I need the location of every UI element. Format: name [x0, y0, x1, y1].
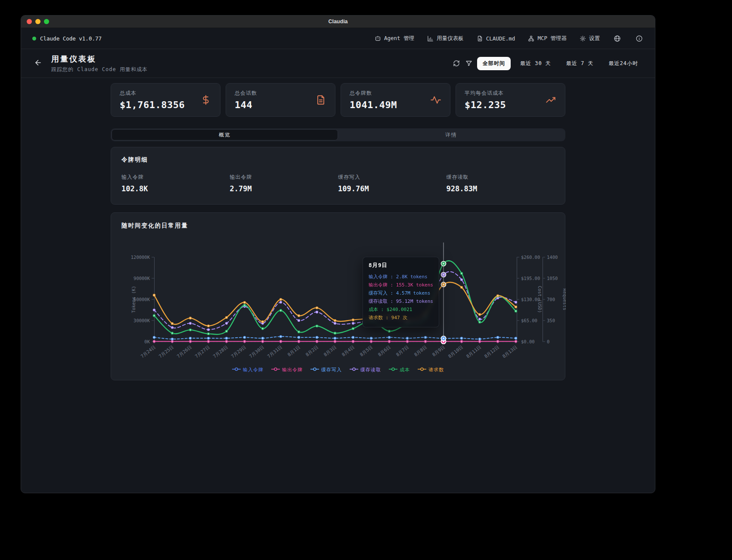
nav-settings[interactable]: 设置	[580, 35, 600, 42]
legend-label: 输出令牌	[282, 367, 303, 373]
svg-text:7月24日: 7月24日	[140, 344, 156, 359]
token-item-cache-read: 缓存读取 928.83M	[447, 174, 555, 193]
svg-text:7月27日: 7月27日	[194, 344, 211, 359]
network-icon	[528, 35, 534, 42]
svg-text:120000K: 120000K	[131, 255, 150, 260]
chart-tooltip: 8月9日 输入令牌 : 2.8K tokens输出令牌 : 155.3K tok…	[363, 257, 439, 327]
chart-title: 随时间变化的日常用量	[121, 222, 565, 230]
gear-icon	[580, 35, 586, 42]
stat-value: $12.235	[465, 100, 506, 110]
legend-item-1[interactable]: 输出令牌	[271, 367, 303, 373]
legend-item-2[interactable]: 缓存写入	[310, 367, 342, 373]
nav-settings-label: 设置	[589, 35, 600, 42]
minimize-window-button[interactable]	[35, 19, 40, 24]
svg-text:7月28日: 7月28日	[212, 344, 229, 359]
svg-text:$195.00: $195.00	[521, 276, 540, 281]
nav-agents[interactable]: Agent 管理	[375, 35, 414, 42]
nav-usage-label: 用量仪表板	[437, 35, 464, 42]
tooltip-row-0: 输入令牌 : 2.8K tokens	[369, 273, 433, 281]
svg-text:8月3日: 8月3日	[323, 344, 337, 357]
dollar-icon	[200, 94, 211, 106]
info-button[interactable]	[635, 34, 644, 43]
page-header: 用量仪表板 跟踪您的 Claude Code 用量和成本 全部时间 最近 30 …	[21, 49, 655, 78]
legend-item-5[interactable]: 请求数	[418, 367, 444, 373]
legend-label: 成本	[400, 367, 410, 373]
tooltip-row-5: 请求数 : 947 次	[369, 314, 433, 322]
daily-usage-card: 随时间变化的日常用量 0K30000K60000K90000K120000KTo…	[111, 212, 565, 380]
stat-label: 总令牌数	[350, 90, 397, 97]
svg-text:0K: 0K	[144, 339, 150, 344]
token-value: 109.76M	[338, 184, 447, 193]
nav-mcp-manager[interactable]: MCP 管理器	[528, 35, 567, 42]
legend-item-3[interactable]: 缓存读取	[350, 367, 381, 373]
app-version-label: Claude Code v1.0.77	[40, 35, 102, 42]
svg-text:Cost (USD): Cost (USD)	[537, 286, 543, 313]
token-label: 缓存写入	[338, 174, 447, 181]
svg-text:1050: 1050	[547, 276, 558, 281]
legend-label: 请求数	[428, 367, 444, 373]
filter-last-30-days[interactable]: 最近 30 天	[515, 57, 557, 70]
usage-chart-svg[interactable]: 0K30000K60000K90000K120000KTokens (K)$0.…	[111, 232, 566, 366]
stat-card-total-tokens: 总令牌数 1041.49M	[341, 83, 450, 117]
filter-funnel-icon	[465, 60, 472, 67]
legend-item-4[interactable]: 成本	[389, 367, 410, 373]
back-arrow-icon	[34, 62, 42, 68]
svg-text:8月6日: 8月6日	[377, 344, 391, 357]
robot-icon	[375, 35, 381, 42]
svg-text:Tokens (K): Tokens (K)	[131, 286, 136, 313]
stat-card-total-sessions: 总会话数 144	[226, 83, 335, 117]
refresh-icon	[453, 60, 460, 67]
maximize-window-button[interactable]	[44, 19, 49, 24]
stat-value: 1041.49M	[350, 100, 397, 110]
nav-agents-label: Agent 管理	[384, 35, 414, 42]
svg-text:7月25日: 7月25日	[158, 344, 174, 359]
filter-last-7-days[interactable]: 最近 7 天	[561, 57, 599, 70]
filter-all-time[interactable]: 全部时间	[477, 57, 511, 70]
token-value: 928.83M	[447, 184, 555, 193]
svg-text:8月4日: 8月4日	[341, 344, 355, 357]
svg-text:8月1日: 8月1日	[286, 344, 301, 357]
legend-label: 缓存写入	[321, 367, 342, 373]
file-icon	[315, 94, 326, 106]
stat-label: 总成本	[120, 90, 185, 97]
svg-text:7月30日: 7月30日	[248, 344, 265, 359]
back-button[interactable]	[32, 57, 44, 70]
bar-chart-icon	[427, 35, 434, 42]
view-tabs: 概览 详情	[111, 128, 565, 141]
svg-text:7月26日: 7月26日	[176, 344, 192, 359]
filter-button[interactable]	[465, 59, 473, 68]
svg-text:$65.00: $65.00	[521, 318, 537, 323]
nav-mcp-label: MCP 管理器	[537, 35, 567, 42]
tab-details[interactable]: 详情	[338, 129, 565, 140]
filter-last-24-hours[interactable]: 最近24小时	[603, 57, 644, 70]
document-icon	[477, 35, 483, 42]
close-window-button[interactable]	[27, 19, 32, 24]
window-title: Claudia	[328, 19, 347, 25]
svg-text:$130.00: $130.00	[521, 297, 540, 302]
svg-text:8月8日: 8月8日	[413, 344, 428, 357]
token-value: 2.79M	[230, 184, 338, 193]
nav-usage-dashboard[interactable]: 用量仪表板	[427, 35, 464, 42]
refresh-button[interactable]	[452, 59, 461, 68]
main-content: 总成本 $1,761.8356 总会话数 144 总令牌数 1041.49M	[111, 83, 565, 380]
svg-text:7月29日: 7月29日	[230, 344, 247, 359]
legend-label: 缓存读取	[360, 367, 381, 373]
svg-text:8月12日: 8月12日	[483, 344, 500, 359]
stat-card-avg-cost-per-session: 平均每会话成本 $12.235	[456, 83, 565, 117]
tab-overview[interactable]: 概览	[112, 129, 338, 140]
token-label: 输入令牌	[121, 174, 230, 181]
tooltip-row-1: 输出令牌 : 155.3K tokens	[369, 281, 433, 289]
globe-button[interactable]	[613, 34, 622, 43]
nav-claude-md[interactable]: CLAUDE.md	[477, 35, 515, 42]
legend-marker	[232, 367, 241, 373]
legend-item-0[interactable]: 输入令牌	[232, 367, 264, 373]
svg-text:$0.00: $0.00	[521, 339, 535, 344]
stat-value: $1,761.8356	[120, 100, 185, 110]
svg-text:90000K: 90000K	[133, 276, 150, 281]
svg-text:30000K: 30000K	[133, 318, 150, 323]
svg-text:8月11日: 8月11日	[465, 344, 482, 359]
app-header: Claude Code v1.0.77 Agent 管理 用量仪表板 CLAUD…	[21, 28, 655, 49]
info-icon	[636, 35, 643, 42]
status-dot	[32, 37, 36, 40]
token-item-cache-write: 缓存写入 109.76M	[338, 174, 447, 193]
